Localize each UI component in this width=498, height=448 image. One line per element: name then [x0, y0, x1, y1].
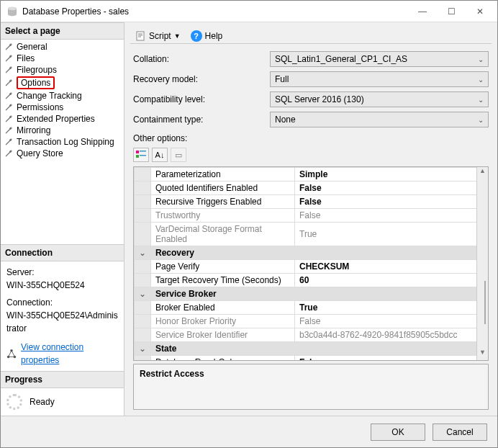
grid-property-name[interactable]: Broker Enabled: [151, 301, 295, 315]
nav-item-transaction-log-shipping[interactable]: Transaction Log Shipping: [1, 136, 124, 148]
alphabetical-button[interactable]: A↓: [152, 148, 168, 162]
collation-select[interactable]: SQL_Latin1_General_CP1_CI_AS⌄: [270, 51, 489, 67]
grid-row[interactable]: Recursive Triggers EnabledFalse: [135, 195, 488, 209]
grid-row[interactable]: Service Broker Identifierb3c0a44d-8762-4…: [135, 328, 488, 342]
nav-item-label: Filegroups: [17, 65, 57, 75]
scroll-up-arrow[interactable]: ▲: [477, 167, 488, 179]
description-box: Restrict Access: [133, 364, 489, 410]
chevron-down-icon: ⌄: [478, 96, 484, 104]
recovery-model-label: Recovery model:: [133, 74, 270, 84]
nav-item-filegroups[interactable]: Filegroups: [1, 64, 124, 76]
network-icon: [6, 349, 17, 359]
progress-header: Progress: [1, 371, 124, 388]
scrollbar[interactable]: ▲ ▼: [476, 167, 488, 360]
nav-item-label: Mirroring: [17, 125, 50, 135]
nav-item-label: Extended Properties: [17, 114, 95, 124]
maximize-button[interactable]: ☐: [437, 3, 466, 20]
script-icon: [136, 31, 146, 41]
nav-item-files[interactable]: Files: [1, 53, 124, 64]
grid-row: ⌄State: [135, 342, 488, 356]
grid-property-value[interactable]: True: [295, 223, 488, 246]
property-pages-button[interactable]: ▭: [171, 148, 186, 162]
help-button[interactable]: ? Help: [188, 29, 226, 43]
svg-rect-7: [140, 151, 146, 152]
connection-value: WIN-355CHQ0E524\Administrator: [6, 309, 118, 335]
nav-item-mirroring[interactable]: Mirroring: [1, 125, 124, 136]
grid-property-name[interactable]: Honor Broker Priority: [151, 315, 295, 328]
grid-property-name[interactable]: Target Recovery Time (Seconds): [151, 274, 295, 287]
grid-property-name[interactable]: Database Read-Only: [151, 356, 295, 362]
grid-property-value[interactable]: False: [295, 315, 488, 328]
chevron-down-icon: ⌄: [478, 116, 484, 124]
ok-button[interactable]: OK: [371, 424, 425, 441]
property-grid: ParameterizationSimpleQuoted Identifiers…: [133, 166, 489, 361]
grid-property-name[interactable]: Service Broker Identifier: [151, 328, 295, 342]
svg-rect-8: [136, 155, 139, 158]
nav-item-query-store[interactable]: Query Store: [1, 148, 124, 159]
server-value: WIN-355CHQ0E524: [6, 279, 118, 292]
toolbar: Script ▼ ? Help: [130, 28, 492, 44]
grid-row[interactable]: ParameterizationSimple: [135, 168, 488, 182]
containment-type-label: Containment type:: [133, 115, 270, 125]
nav-item-permissions[interactable]: Permissions: [1, 102, 124, 113]
grid-row[interactable]: VarDecimal Storage Format EnabledTrue: [135, 223, 488, 246]
grid-row[interactable]: Page VerifyCHECKSUM: [135, 260, 488, 274]
minimize-button[interactable]: —: [408, 3, 437, 20]
grid-property-value[interactable]: True: [295, 301, 488, 315]
help-icon: ?: [191, 30, 202, 42]
grid-property-value[interactable]: False: [295, 356, 488, 362]
cancel-button[interactable]: Cancel: [433, 424, 487, 441]
grid-property-name[interactable]: Page Verify: [151, 260, 295, 274]
containment-type-select[interactable]: None⌄: [270, 112, 489, 127]
scroll-down-arrow[interactable]: ▼: [477, 349, 488, 360]
nav-item-general[interactable]: General: [1, 41, 124, 53]
nav-item-label: Files: [17, 53, 35, 63]
wrench-icon: [4, 42, 14, 52]
page-nav: GeneralFilesFilegroupsOptionsChange Trac…: [1, 40, 124, 161]
collation-label: Collation:: [133, 54, 270, 64]
grid-property-value[interactable]: False: [295, 209, 488, 223]
wrench-icon: [4, 148, 14, 158]
grid-property-name[interactable]: VarDecimal Storage Format Enabled: [151, 223, 295, 246]
grid-property-name[interactable]: Parameterization: [151, 168, 295, 182]
close-button[interactable]: ✕: [466, 3, 494, 20]
nav-item-label: Options: [17, 76, 55, 89]
wrench-icon: [4, 78, 14, 88]
grid-property-value[interactable]: False: [295, 182, 488, 195]
grid-property-value[interactable]: CHECKSUM: [295, 260, 488, 274]
right-panel: Script ▼ ? Help Collation: SQL_Latin1_Ge…: [124, 22, 497, 416]
description-title: Restrict Access: [140, 369, 482, 379]
nav-item-extended-properties[interactable]: Extended Properties: [1, 113, 124, 125]
expand-icon[interactable]: ⌄: [135, 246, 151, 260]
nav-item-change-tracking[interactable]: Change Tracking: [1, 90, 124, 102]
grid-property-value[interactable]: False: [295, 195, 488, 209]
expand-icon[interactable]: ⌄: [135, 342, 151, 356]
grid-property-name[interactable]: Recursive Triggers Enabled: [151, 195, 295, 209]
recovery-model-select[interactable]: Full⌄: [270, 71, 489, 87]
scroll-thumb[interactable]: [484, 281, 486, 324]
grid-property-name[interactable]: Quoted Identifiers Enabled: [151, 182, 295, 195]
connection-header: Connection: [1, 244, 124, 261]
wrench-icon: [4, 114, 14, 124]
grid-row[interactable]: Honor Broker PriorityFalse: [135, 315, 488, 328]
nav-item-label: Query Store: [17, 148, 63, 158]
grid-property-name[interactable]: Trustworthy: [151, 209, 295, 223]
grid-row[interactable]: Database Read-OnlyFalse: [135, 356, 488, 362]
grid-row[interactable]: Target Recovery Time (Seconds)60: [135, 274, 488, 287]
categorized-button[interactable]: [133, 148, 149, 162]
grid-row[interactable]: TrustworthyFalse: [135, 209, 488, 223]
chevron-down-icon: ▼: [174, 32, 181, 40]
nav-item-options[interactable]: Options: [1, 76, 124, 90]
grid-property-value[interactable]: b3c0a44d-8762-4920-9841f85905c5bdcc: [295, 328, 488, 342]
script-button[interactable]: Script ▼: [133, 30, 184, 42]
expand-icon[interactable]: ⌄: [135, 287, 151, 301]
grid-row[interactable]: Broker EnabledTrue: [135, 301, 488, 315]
grid-property-value[interactable]: 60: [295, 274, 488, 287]
select-page-header: Select a page: [1, 22, 124, 40]
grid-row[interactable]: Quoted Identifiers EnabledFalse: [135, 182, 488, 195]
view-connection-properties-link[interactable]: View connection properties: [21, 341, 118, 367]
chevron-down-icon: ⌄: [478, 55, 484, 63]
property-grid-toolbar: A↓ ▭: [133, 146, 489, 166]
grid-property-value[interactable]: Simple: [295, 168, 488, 182]
compatibility-level-select[interactable]: SQL Server 2016 (130)⌄: [270, 91, 489, 107]
